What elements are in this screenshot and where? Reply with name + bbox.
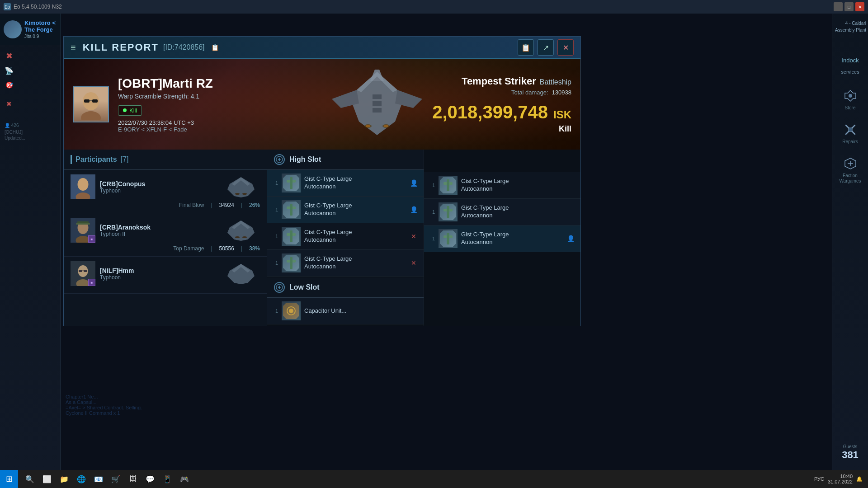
svg-rect-4	[849, 128, 852, 131]
kill-tag-dot	[123, 108, 127, 112]
svg-rect-44	[79, 270, 82, 272]
target-icon: 🎯	[5, 80, 14, 89]
taskbar-notifications[interactable]: 🔔	[856, 476, 863, 482]
wargames-icon	[842, 155, 859, 172]
participant-top-2: ■ [CRB]Aranoksok Typhoon II	[71, 218, 260, 243]
close-button[interactable]: ✕	[855, 2, 864, 11]
svg-rect-52	[290, 177, 292, 189]
slot-item-5[interactable]: 1 Gist C-Type LargeAutocannon	[424, 172, 580, 199]
slot-num-6: 1	[429, 209, 435, 215]
taskbar-edge[interactable]: 🌐	[73, 471, 90, 487]
participant-item-1[interactable]: [CRB]Conopus Typhoon Final Blo	[64, 170, 267, 213]
slot-item-6[interactable]: 1 Gist C-Type LargeAutocannon	[424, 199, 580, 225]
window-controls: − □ ✕	[834, 2, 864, 11]
right-panel: 4 - CaldariAssembly Plant Indock service…	[832, 14, 868, 470]
svg-rect-56	[290, 230, 292, 242]
svg-rect-45	[84, 270, 87, 272]
slot-num-4: 1	[273, 260, 278, 266]
minimize-button[interactable]: −	[834, 2, 843, 11]
participant-ship-img-3	[222, 261, 260, 286]
isk-value: 2,018,399,748	[432, 102, 548, 122]
nav-icon: 📡	[5, 66, 14, 75]
left-panel: Kimotoro < The Forge Jita 0.9 ✖ 📡 🎯 ✖ 👤 …	[0, 14, 61, 470]
kill-tag-text: Kill	[129, 107, 137, 114]
slot-num-3: 1	[273, 234, 278, 239]
slot-item-4[interactable]: 1 Gist C-Type LargeAutocannon ✕	[267, 250, 424, 277]
svg-rect-36	[76, 223, 90, 225]
taskbar-discord[interactable]: 💬	[142, 471, 158, 487]
slot-item-3[interactable]: 1 Gist C-Type LargeAutocannon ✕	[267, 223, 424, 250]
total-damage-label: Total damage:	[511, 89, 548, 96]
copy-icon[interactable]: 📋	[211, 44, 219, 51]
modal-close-button[interactable]: ✕	[557, 39, 574, 56]
player-avatar	[4, 20, 22, 38]
left-sidebar-items: ✖ 📡 🎯 ✖ 👤 426 [OCHUJ] Updated...	[0, 45, 61, 147]
slots-area: High Slot 1 Gist C-Type LargeAutocannon …	[267, 150, 580, 326]
sidebar-item-store[interactable]: Store	[835, 85, 866, 113]
taskbar-taskview[interactable]: ⬜	[39, 471, 55, 487]
participant-item-2[interactable]: ■ [CRB]Aranoksok Typhoon II	[64, 213, 267, 257]
slot-name-low-1: Capacitor Unit...	[304, 307, 418, 315]
slot-img-6	[439, 202, 458, 221]
participant-stats-2: Top Damage | 50556 | 38%	[71, 245, 260, 252]
taskbar-mail[interactable]: 📧	[90, 471, 107, 487]
slot-item-low-1[interactable]: 1 Capacitor Unit...	[267, 298, 424, 324]
slot-status-3: ✕	[409, 232, 418, 241]
taskbar-search[interactable]: 🔍	[22, 471, 38, 487]
taskbar-photos[interactable]: 🖼	[125, 471, 141, 487]
sidebar-item-chat[interactable]: ✖	[0, 49, 61, 63]
slot-num-2: 1	[273, 207, 278, 212]
external-button[interactable]: ↗	[538, 39, 554, 56]
ship-name: Tempest Striker	[462, 75, 536, 87]
taskbar: ⊞ 🔍 ⬜ 📁 🌐 📧 🛒 🖼 💬 📱 🎮 РУС 10:40 31.07.20…	[0, 470, 868, 488]
slot-item-2[interactable]: 1 Gist C-Type LargeAutocannon 👤	[267, 197, 424, 223]
svg-rect-66	[447, 206, 449, 218]
clipboard-button[interactable]: 📋	[518, 39, 534, 56]
taskbar-store[interactable]: 🛒	[108, 471, 124, 487]
participant-item-3[interactable]: ■ [NILF]Hmm Typhoon	[64, 257, 267, 294]
slot-name-4: Gist C-Type LargeAutocannon	[304, 255, 406, 271]
taskbar-game[interactable]: 🎮	[176, 471, 193, 487]
taskbar-app1[interactable]: 📱	[159, 471, 175, 487]
kill-report-modal: ≡ KILL REPORT [ID:7420856] 📋 📋 ↗ ✕	[63, 36, 581, 326]
sidebar-item-repairs[interactable]: Repairs	[835, 119, 866, 147]
svg-rect-10	[84, 99, 90, 103]
player-info: Kimotoro < The Forge Jita 0.9	[24, 19, 57, 39]
start-button[interactable]: ⊞	[0, 470, 18, 488]
menu-icon[interactable]: ≡	[71, 42, 76, 53]
services-label: services	[841, 69, 859, 75]
high-slot-icon	[274, 154, 285, 165]
low-slot-title: Low Slot	[289, 283, 320, 291]
svg-point-40	[242, 236, 247, 238]
pilot-stats: Warp Scramble Strength: 4.1	[118, 93, 423, 100]
slot-item-7[interactable]: 1 Gist C-Type LargeAutocannon 👤	[424, 225, 580, 252]
sidebar-item-nav[interactable]: 📡	[0, 63, 61, 78]
participant-pct-2: 38%	[249, 245, 260, 252]
taskbar-explorer[interactable]: 📁	[56, 471, 72, 487]
svg-point-62	[289, 309, 293, 313]
kill-type-badge: Kill	[432, 124, 571, 134]
title-bar: Eo Eo 5.4.50.1009 N32 − □ ✕	[0, 0, 868, 14]
sidebar-item-wargames[interactable]: Faction Wargames	[835, 153, 866, 187]
slot-item-1[interactable]: 1 Gist C-Type LargeAutocannon 👤	[267, 170, 424, 197]
station-name: Jita 0.9	[24, 34, 57, 39]
participant-ship-1: Typhoon	[100, 188, 217, 194]
high-slot-title: High Slot	[289, 155, 321, 164]
guests-label: Guests	[842, 444, 859, 449]
restore-button[interactable]: □	[844, 2, 854, 11]
slot-img-5	[439, 176, 458, 195]
slot-name-5: Gist C-Type LargeAutocannon	[461, 178, 575, 193]
section-bar	[71, 155, 72, 164]
slot-icon-7	[440, 230, 456, 247]
participant-damage-2: 50556	[219, 245, 234, 252]
sidebar-item-target[interactable]: 🎯	[0, 78, 61, 92]
slot-icon-3	[283, 228, 299, 244]
kill-time: 2022/07/30 23:38:04 UTC +3	[118, 119, 423, 126]
kill-banner: [OBRT]Marti RZ Warp Scramble Strength: 4…	[64, 59, 580, 150]
participant-avatar-2: ■	[71, 218, 95, 243]
indock-button[interactable]: Indock	[832, 57, 868, 64]
sidebar-item-close2[interactable]: ✖	[0, 97, 61, 111]
slot-status-2: 👤	[409, 205, 418, 214]
participant-info-1: [CRB]Conopus Typhoon	[100, 180, 217, 194]
high-slot-right: 1 Gist C-Type LargeAutocannon 1	[424, 150, 580, 326]
